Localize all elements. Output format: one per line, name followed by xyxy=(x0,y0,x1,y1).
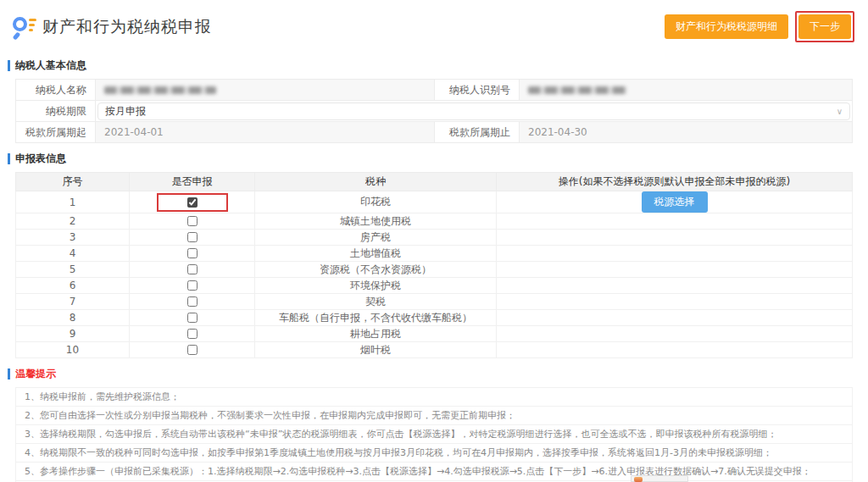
row-index: 9 xyxy=(16,326,130,342)
basic-info-table: 纳税人名称 纳税人识别号 纳税期限 按月申报 ∨ 税款所属期起 2021-04-… xyxy=(15,79,853,143)
table-row: 10 烟叶税 xyxy=(16,342,853,358)
table-row: 9 耕地占用税 xyxy=(16,326,853,342)
declare-checkbox[interactable] xyxy=(187,197,198,208)
col-serial: 序号 xyxy=(16,173,130,191)
tax-period-select[interactable]: 按月申报 ∨ xyxy=(97,102,850,120)
declare-checkbox[interactable] xyxy=(187,232,198,242)
declare-checkbox[interactable] xyxy=(187,216,198,226)
row-index: 8 xyxy=(16,310,130,326)
table-row: 3 房产税 xyxy=(16,230,853,246)
flame-icon xyxy=(634,477,643,482)
tip-item: 3、选择纳税期限，勾选申报后，系统自动带出该税种“未申报”状态的税源明细表，你可… xyxy=(16,425,852,444)
tip-item: 5、参考操作步骤一（申报前已采集税源）：1.选择纳税期限→2.勾选申报税种→3.… xyxy=(16,463,852,481)
tax-type: 环境保护税 xyxy=(255,278,497,294)
redacted-taxpayer-id xyxy=(528,86,626,94)
period-end-value: 2021-04-30 xyxy=(520,122,853,143)
period-start-label: 税款所属期起 xyxy=(16,122,96,143)
tips-list: 1、纳税申报前，需先维护税源信息； 2、您可自由选择一次性或分别申报当期税种，不… xyxy=(15,387,853,482)
next-step-button[interactable]: 下一步 xyxy=(798,14,851,39)
section-bar xyxy=(8,368,10,380)
tax-type: 耕地占用税 xyxy=(255,326,497,342)
declare-checkbox[interactable] xyxy=(187,313,198,323)
table-row: 5 资源税（不含水资源税） xyxy=(16,262,853,278)
declare-checkbox[interactable] xyxy=(187,280,198,291)
tax-type: 房产税 xyxy=(255,230,497,246)
table-row: 8 车船税（自行申报，不含代收代缴车船税） xyxy=(16,310,853,326)
tax-type: 土地增值税 xyxy=(255,246,497,262)
row-index: 1 xyxy=(16,191,130,213)
tax-source-select-button[interactable]: 税源选择 xyxy=(642,191,708,213)
row-index: 2 xyxy=(16,213,130,230)
basic-info-section-title: 纳税人基本信息 xyxy=(15,58,853,73)
taxpayer-id-value xyxy=(520,80,853,101)
declaration-section-title: 申报表信息 xyxy=(15,152,853,166)
table-row: 2 城镇土地使用税 xyxy=(16,213,853,230)
table-row: 1 印花税 税源选择 xyxy=(16,191,853,213)
table-row: 6 环境保护税 xyxy=(16,278,853,294)
col-taxtype: 税种 xyxy=(255,173,497,191)
row-index: 10 xyxy=(16,342,130,358)
tax-source-detail-button[interactable]: 财产和行为税税源明细 xyxy=(665,14,788,39)
page-header: 财产和行为税纳税申报 财产和行为税税源明细 下一步 xyxy=(0,0,868,50)
table-row: 7 契税 xyxy=(16,294,853,310)
period-start-value: 2021-04-01 xyxy=(96,122,435,143)
tax-period-label: 纳税期限 xyxy=(16,101,96,122)
tax-type: 印花税 xyxy=(255,191,497,213)
row-index: 6 xyxy=(16,278,130,294)
declare-checkbox[interactable] xyxy=(187,329,198,339)
table-header-row: 序号 是否申报 税种 操作(如果不选择税源则默认申报全部未申报的税源) xyxy=(16,173,853,191)
section-bar xyxy=(8,60,10,71)
row-index: 7 xyxy=(16,294,130,310)
basic-info-section: 纳税人基本信息 纳税人名称 纳税人识别号 纳税期限 按月申报 ∨ 税款所属期起 … xyxy=(15,58,853,143)
tax-type: 车船税（自行申报，不含代收代缴车船税） xyxy=(255,310,497,326)
row-index: 5 xyxy=(16,262,130,278)
app-logo-search-icon xyxy=(12,14,37,40)
tax-type: 烟叶税 xyxy=(255,342,497,358)
section-bar xyxy=(8,153,10,164)
page-title: 财产和行为税纳税申报 xyxy=(42,16,212,38)
tip-item: 4、纳税期限不一致的税种可同时勾选申报，如按季申报第1季度城镇土地使用税与按月申… xyxy=(16,444,852,463)
next-button-annotation-box: 下一步 xyxy=(795,11,854,42)
declare-checkbox[interactable] xyxy=(187,248,198,258)
taxpayer-name-label: 纳税人名称 xyxy=(16,80,96,101)
declare-checkbox[interactable] xyxy=(187,296,198,307)
declare-checkbox[interactable] xyxy=(187,345,198,355)
period-end-label: 税款所属期止 xyxy=(435,122,520,143)
chevron-down-icon: ∨ xyxy=(837,107,843,116)
tips-section-title: 温馨提示 xyxy=(15,367,853,381)
checkbox-annotation-box xyxy=(157,193,228,212)
tips-section: 温馨提示 1、纳税申报前，需先维护税源信息； 2、您可自由选择一次性或分别申报当… xyxy=(15,367,853,482)
taxpayer-name-value xyxy=(96,80,435,101)
declaration-table: 序号 是否申报 税种 操作(如果不选择税源则默认申报全部未申报的税源) 1 印花… xyxy=(15,172,853,358)
redacted-taxpayer-name xyxy=(104,86,216,94)
tax-type: 资源税（不含水资源税） xyxy=(255,262,497,278)
col-operation: 操作(如果不选择税源则默认申报全部未申报的税源) xyxy=(497,173,853,191)
row-index: 3 xyxy=(16,230,130,246)
tip-item: 1、纳税申报前，需先维护税源信息； xyxy=(16,388,852,407)
col-declare: 是否申报 xyxy=(130,173,255,191)
tax-type: 城镇土地使用税 xyxy=(255,213,497,230)
declare-checkbox[interactable] xyxy=(187,264,198,274)
partial-popup[interactable] xyxy=(631,475,688,482)
table-row: 4 土地增值税 xyxy=(16,246,853,262)
tip-item: 2、您可自由选择一次性或分别申报当期税种，不强制要求一次性申报，在申报期内完成申… xyxy=(16,407,852,425)
row-index: 4 xyxy=(16,246,130,262)
taxpayer-id-label: 纳税人识别号 xyxy=(435,80,520,101)
tax-type: 契税 xyxy=(255,294,497,310)
declaration-section: 申报表信息 序号 是否申报 税种 操作(如果不选择税源则默认申报全部未申报的税源… xyxy=(15,152,853,358)
